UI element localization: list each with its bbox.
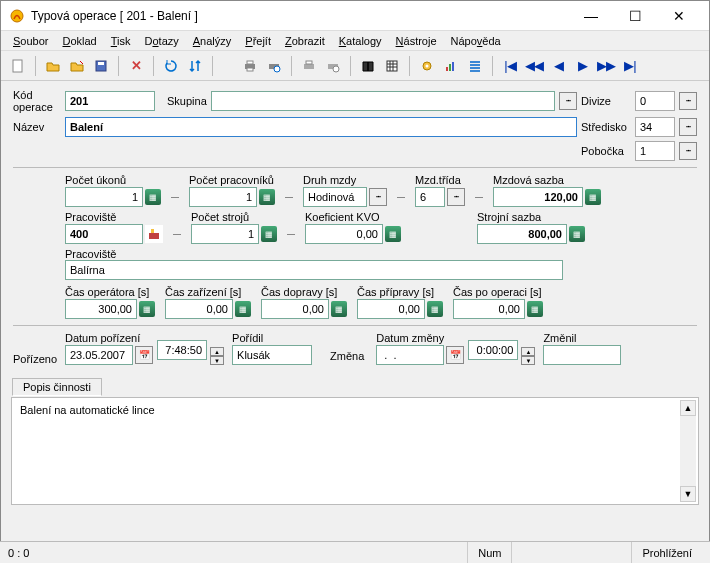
nav-fastfwd-icon[interactable]: ▶▶ (595, 55, 617, 77)
tab-popis[interactable]: Popis činnosti (12, 378, 102, 396)
scroll-down-icon[interactable]: ▼ (680, 486, 696, 502)
menu-dotazy[interactable]: Dotazy (139, 33, 185, 49)
status-mode: Prohlížení (631, 542, 702, 563)
calc-icon[interactable]: ▦ (259, 189, 275, 205)
refresh-icon[interactable] (160, 55, 182, 77)
calc-icon[interactable]: ▦ (261, 226, 277, 242)
calc-icon[interactable]: ▦ (145, 189, 161, 205)
nav-first-icon[interactable]: |◀ (499, 55, 521, 77)
cas-op-input[interactable] (65, 299, 137, 319)
zmenil-input[interactable] (543, 345, 621, 365)
pracoviste-name-input[interactable] (65, 260, 563, 280)
close-button[interactable]: ✕ (657, 2, 701, 30)
cas-po-input[interactable] (453, 299, 525, 319)
scroll-up-icon[interactable]: ▲ (680, 400, 696, 416)
datum-porizeni-input[interactable] (65, 345, 133, 365)
calendar-icon[interactable]: 📅 (446, 346, 464, 364)
druh-mzdy-picker-icon[interactable]: ··· (369, 188, 387, 206)
minimize-button[interactable]: — (569, 2, 613, 30)
calc-icon[interactable]: ▦ (235, 301, 251, 317)
divize-picker-icon[interactable]: ··· (679, 92, 697, 110)
description-panel: Popis činnosti Balení na automatické lin… (11, 397, 699, 505)
menu-zobrazit[interactable]: Zobrazit (279, 33, 331, 49)
datum-zmeny-input[interactable] (376, 345, 444, 365)
calc-icon[interactable]: ▦ (569, 226, 585, 242)
menu-katalogy[interactable]: Katalogy (333, 33, 388, 49)
skupina-input[interactable] (211, 91, 555, 111)
print-preview-icon[interactable] (263, 55, 285, 77)
menu-prejit[interactable]: Přejít (239, 33, 277, 49)
calc-icon[interactable]: ▦ (331, 301, 347, 317)
kod-input[interactable] (65, 91, 155, 111)
divize-input[interactable] (635, 91, 675, 111)
grid-icon[interactable] (381, 55, 403, 77)
print-icon[interactable] (239, 55, 261, 77)
menu-napoveda[interactable]: Nápověda (445, 33, 507, 49)
open2-icon[interactable] (66, 55, 88, 77)
calendar-icon[interactable]: 📅 (135, 346, 153, 364)
nav-last-icon[interactable]: ▶| (619, 55, 641, 77)
titlebar: Typová operace [ 201 - Balení ] — ☐ ✕ (1, 1, 709, 31)
cas-op-label: Čas operátora [s] (65, 286, 155, 298)
menu-doklad[interactable]: Doklad (56, 33, 102, 49)
menu-analyzy[interactable]: Analýzy (187, 33, 238, 49)
book-icon[interactable] (357, 55, 379, 77)
print2-icon[interactable] (298, 55, 320, 77)
mzd-trida-picker-icon[interactable]: ··· (447, 188, 465, 206)
time-spinner[interactable]: ▲▼ (210, 347, 224, 365)
cas-pri-label: Čas přípravy [s] (357, 286, 443, 298)
nav-fwd-icon[interactable]: ▶ (571, 55, 593, 77)
calc-icon[interactable]: ▦ (139, 301, 155, 317)
pobocka-picker-icon[interactable]: ··· (679, 142, 697, 160)
cas-pri-input[interactable] (357, 299, 425, 319)
koef-input[interactable] (305, 224, 383, 244)
nav-back-icon[interactable]: ◀ (547, 55, 569, 77)
poridil-input[interactable] (232, 345, 312, 365)
nav-fastback-icon[interactable]: ◀◀ (523, 55, 545, 77)
cas-dop-input[interactable] (261, 299, 329, 319)
pocet-prac-input[interactable] (189, 187, 257, 207)
time-spinner[interactable]: ▲▼ (521, 347, 535, 365)
sort-icon[interactable] (184, 55, 206, 77)
pocet-stroju-input[interactable] (191, 224, 259, 244)
calc-icon[interactable]: ▦ (385, 226, 401, 242)
app-icon (9, 8, 25, 24)
print3-icon[interactable] (322, 55, 344, 77)
pracoviste-code-input[interactable] (65, 224, 143, 244)
maximize-button[interactable]: ☐ (613, 2, 657, 30)
menu-tisk[interactable]: Tisk (105, 33, 137, 49)
nazev-input[interactable] (65, 117, 577, 137)
stredisko-input[interactable] (635, 117, 675, 137)
new-icon[interactable] (7, 55, 29, 77)
pocet-ukonu-input[interactable] (65, 187, 143, 207)
status-position: 0 : 0 (8, 547, 29, 559)
svg-rect-5 (247, 61, 253, 64)
svg-rect-18 (452, 62, 454, 71)
delete-icon[interactable]: ✕ (125, 55, 147, 77)
skupina-picker-icon[interactable]: ··· (559, 92, 577, 110)
calc-icon[interactable]: ▦ (527, 301, 543, 317)
strojni-sazba-input[interactable] (477, 224, 567, 244)
description-text[interactable]: Balení na automatické lince (12, 398, 698, 422)
svg-rect-13 (387, 61, 397, 71)
gear-icon[interactable] (416, 55, 438, 77)
open-icon[interactable] (42, 55, 64, 77)
calc-icon[interactable]: ▦ (585, 189, 601, 205)
calc-icon[interactable]: ▦ (427, 301, 443, 317)
list-icon[interactable] (464, 55, 486, 77)
mzdova-sazba-input[interactable] (493, 187, 583, 207)
mzd-trida-input[interactable] (415, 187, 445, 207)
pobocka-input[interactable] (635, 141, 675, 161)
save-icon[interactable] (90, 55, 112, 77)
cas-zmeny-input[interactable] (468, 340, 518, 360)
stredisko-picker-icon[interactable]: ··· (679, 118, 697, 136)
scrollbar[interactable]: ▲ ▼ (680, 400, 696, 502)
menu-nastroje[interactable]: Nástroje (390, 33, 443, 49)
zmenil-label: Změnil (543, 332, 621, 344)
menu-soubor[interactable]: Soubor (7, 33, 54, 49)
druh-mzdy-input[interactable] (303, 187, 367, 207)
cas-zar-input[interactable] (165, 299, 233, 319)
chart-icon[interactable] (440, 55, 462, 77)
pracoviste-picker-icon[interactable] (145, 225, 163, 243)
cas-porizeni-input[interactable] (157, 340, 207, 360)
